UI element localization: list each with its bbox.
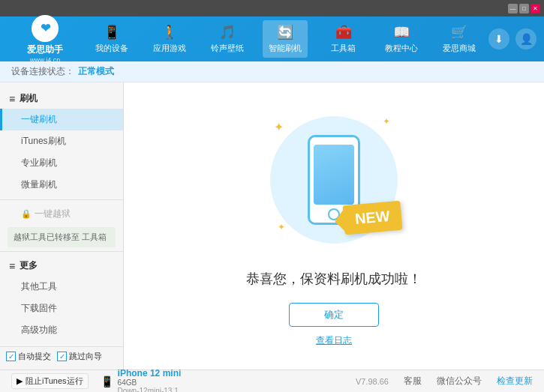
skip-wizard-checkbox[interactable] [57,352,67,361]
bottom-left: ▶ 阻止iTunes运行 📱 iPhone 12 mini 64GB Down-… [11,368,181,393]
apps-games-icon: 🚶 [161,24,178,40]
logo-url: www.i4.cn [30,56,61,64]
sidebar-section-more-header: ≡ 更多 [0,256,123,276]
sidebar-section-more: ≡ 更多 其他工具 下载固件 高级功能 [0,256,123,341]
sidebar-info-box: 越狱工具已转移至 工具箱 [8,227,116,247]
bottom-area: ▶ 阻止iTunes运行 📱 iPhone 12 mini 64GB Down-… [0,370,544,392]
more-section-label: 更多 [20,259,38,272]
mall-label: 爱思商城 [443,43,476,54]
sidebar-divider-2 [0,251,123,252]
nav-tutorials[interactable]: 📖 教程中心 [379,20,424,58]
pro-flash-label: 专业刷机 [21,157,57,168]
nav-my-device[interactable]: 📱 我的设备 [89,20,134,58]
bottom-bar: ▶ 阻止iTunes运行 📱 iPhone 12 mini 64GB Down-… [0,370,544,392]
maximize-btn[interactable]: □ [519,4,529,13]
top-navigation: ❤ 爱思助手 www.i4.cn 📱 我的设备 🚶 应用游戏 🎵 铃声壁纸 🔄 … [0,16,544,61]
status-bar: 设备连接状态： 正常模式 [0,61,544,82]
logo-icon: ❤ [32,15,59,42]
version-label: V7.98.66 [356,377,389,386]
nav-toolbox[interactable]: 🧰 工具箱 [321,20,366,58]
flash-section-icon: ≡ [9,93,15,105]
advanced-label: 高级功能 [21,325,57,335]
mall-icon: 🛒 [451,24,467,40]
sidebar-divider-1 [0,199,123,200]
update-link[interactable]: 检查更新 [497,375,533,388]
device-info: 📱 iPhone 12 mini 64GB Down-12mini-13,1 [101,368,182,393]
auto-submit-label: 自动提交 [18,351,51,362]
nav-items: 📱 我的设备 🚶 应用游戏 🎵 铃声壁纸 🔄 智能刷机 🧰 工具箱 📖 教程中心… [83,20,488,58]
tutorials-label: 教程中心 [385,43,418,54]
nav-smart-flash[interactable]: 🔄 智能刷机 [263,20,308,58]
sidebar-item-itunes-flash[interactable]: iTunes刷机 [0,130,123,152]
sidebar-item-download-firmware[interactable]: 下载固件 [0,298,123,319]
download-firmware-label: 下载固件 [21,303,57,313]
nav-right-buttons: ⬇ 👤 [488,28,536,49]
phone-screen [314,145,354,205]
skip-wizard-label: 跳过向导 [69,351,102,362]
micro-flash-label: 微量刷机 [21,179,57,190]
lock-icon: 🔒 [21,209,32,219]
download-btn[interactable]: ⬇ [488,28,509,49]
sidebar-section-flash-header: ≡ 刷机 [0,88,123,109]
info-box-text: 越狱工具已转移至 工具箱 [14,232,107,241]
sidebar-section-flash: ≡ 刷机 一键刷机 iTunes刷机 专业刷机 微量刷机 [0,88,123,196]
my-device-label: 我的设备 [95,43,128,54]
sidebar-item-pro-flash[interactable]: 专业刷机 [0,152,123,174]
sidebar-checkboxes: 自动提交 跳过向导 [0,346,123,366]
minimize-btn[interactable]: — [508,4,518,13]
sidebar-item-advanced[interactable]: 高级功能 [0,319,123,341]
smart-flash-icon: 🔄 [277,24,293,40]
checkbox-skip-wizard[interactable]: 跳过向导 [57,351,102,362]
device-details: iPhone 12 mini 64GB Down-12mini-13,1 [118,368,182,393]
nav-ringtones[interactable]: 🎵 铃声壁纸 [205,20,250,58]
itunes-icon: ▶ [17,376,23,386]
nav-apps-games[interactable]: 🚶 应用游戏 [147,20,192,58]
nav-mall[interactable]: 🛒 爱思商城 [437,20,482,58]
sparkle-2: ✦ [383,116,390,127]
main-content: ✦ ✦ ✦ NEW 恭喜您，保资料刷机成功啦！ 确定 查看日志 [124,82,544,370]
main-area: ≡ 刷机 一键刷机 iTunes刷机 专业刷机 微量刷机 [0,82,544,370]
one-key-flash-label: 一键刷机 [21,114,57,124]
flash-section-label: 刷机 [20,92,38,105]
sparkle-1: ✦ [274,120,284,134]
toolbox-label: 工具箱 [331,43,356,54]
sidebar-item-other-tools[interactable]: 其他工具 [0,276,123,298]
other-tools-label: 其他工具 [21,281,57,292]
sparkle-3: ✦ [278,222,285,232]
device-phone-icon: 📱 [101,376,113,388]
itunes-flash-label: iTunes刷机 [21,136,66,146]
phone-illustration: ✦ ✦ ✦ NEW [259,105,409,255]
support-link[interactable]: 客服 [404,375,422,388]
logo-text: 爱思助手 [27,43,63,56]
window-controls: — □ ✕ [508,4,540,13]
ringtones-label: 铃声壁纸 [211,43,244,54]
confirm-button[interactable]: 确定 [289,303,379,327]
more-section-icon: ≡ [9,260,15,272]
itunes-text: 阻止iTunes运行 [26,376,83,387]
jailbreak-label: 一键越狱 [35,208,71,220]
status-value: 正常模式 [78,65,114,78]
sidebar-full: ≡ 刷机 一键刷机 iTunes刷机 专业刷机 微量刷机 [0,86,123,366]
my-device-icon: 📱 [104,24,120,40]
wechat-link[interactable]: 微信公众号 [437,375,482,388]
bottom-right: V7.98.66 客服 微信公众号 检查更新 [356,375,533,388]
view-log-link[interactable]: 查看日志 [316,334,352,347]
close-btn[interactable]: ✕ [530,4,540,13]
user-btn[interactable]: 👤 [515,28,536,49]
sidebar: ≡ 刷机 一键刷机 iTunes刷机 专业刷机 微量刷机 [0,82,124,370]
auto-submit-checkbox[interactable] [6,352,16,361]
itunes-bar[interactable]: ▶ 阻止iTunes运行 [11,373,89,389]
sidebar-item-one-key-flash[interactable]: 一键刷机 [0,109,123,130]
sidebar-jailbreak-disabled: 🔒 一键越狱 [0,204,123,224]
device-model: Down-12mini-13,1 [118,387,182,393]
toolbox-icon: 🧰 [335,24,352,40]
logo-area[interactable]: ❤ 爱思助手 www.i4.cn [8,15,83,64]
checkbox-auto-submit[interactable]: 自动提交 [6,351,51,362]
apps-games-label: 应用游戏 [153,43,186,54]
new-badge: NEW [343,201,403,235]
device-storage: 64GB [118,379,182,387]
sidebar-scroll: ≡ 刷机 一键刷机 iTunes刷机 专业刷机 微量刷机 [0,86,123,343]
smart-flash-label: 智能刷机 [269,43,302,54]
sidebar-item-micro-flash[interactable]: 微量刷机 [0,174,123,196]
status-label: 设备连接状态： [11,65,74,78]
